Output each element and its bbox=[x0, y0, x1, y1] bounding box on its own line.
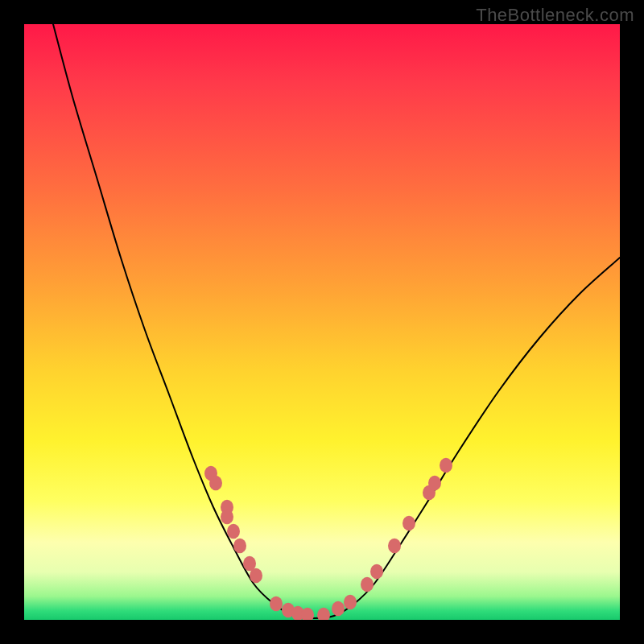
data-marker bbox=[370, 564, 383, 579]
data-marker bbox=[388, 539, 401, 553]
data-marker bbox=[428, 476, 441, 490]
data-marker bbox=[209, 476, 222, 490]
stage: TheBottleneck.com bbox=[0, 0, 644, 644]
data-marker bbox=[440, 458, 452, 473]
data-marker bbox=[270, 597, 283, 611]
data-marker bbox=[344, 595, 357, 609]
data-marker bbox=[361, 577, 374, 592]
marker-group bbox=[204, 458, 452, 620]
bottleneck-curve bbox=[53, 24, 620, 618]
data-marker bbox=[402, 516, 415, 530]
data-marker bbox=[250, 568, 262, 583]
chart-svg bbox=[24, 24, 620, 620]
plot-area bbox=[24, 24, 620, 620]
data-marker bbox=[332, 601, 345, 616]
data-marker bbox=[317, 608, 330, 620]
data-marker bbox=[233, 539, 246, 553]
watermark-text: TheBottleneck.com bbox=[476, 5, 634, 26]
data-marker bbox=[221, 510, 233, 524]
data-marker bbox=[227, 524, 240, 539]
